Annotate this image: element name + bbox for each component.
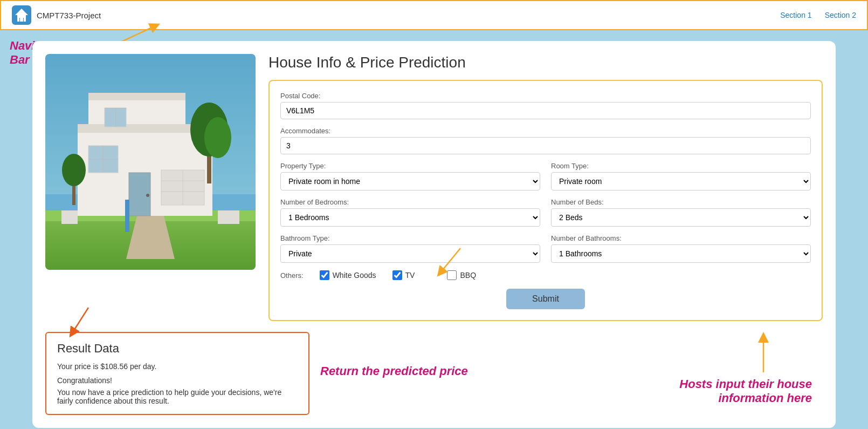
svg-rect-11 <box>88 97 185 140</box>
bedrooms-col: Number of Bedrooms: 1 Bedrooms 2 Bedroom… <box>280 198 540 227</box>
accommodates-input[interactable] <box>280 137 811 154</box>
navigation-bar: CMPT733-Project Section 1 Section 2 <box>0 0 868 30</box>
postal-code-label: Postal Code: <box>280 92 811 100</box>
navbar-brand-text: CMPT733-Project <box>37 11 101 20</box>
tv-checkbox-item: TV <box>392 270 415 280</box>
hosts-arrow <box>715 332 812 375</box>
logo-icon <box>12 5 31 25</box>
submit-row: Submit <box>280 289 811 309</box>
page-body: House Info & Price Prediction Postal Cod… <box>0 30 868 429</box>
bedrooms-label: Number of Bedrooms: <box>280 198 540 206</box>
result-card: Result Data Your price is $108.56 per da… <box>45 332 309 415</box>
white-goods-checkbox[interactable] <box>320 270 329 280</box>
accommodates-row: Accommodates: <box>280 127 811 154</box>
svg-point-30 <box>62 154 86 186</box>
return-annotation: Return the predicted price <box>320 364 468 378</box>
return-annotation-label: Return the predicted price <box>320 364 468 378</box>
room-type-select[interactable]: Private room Entire home/apt Shared room… <box>551 172 811 190</box>
submit-button[interactable]: Submit <box>506 289 585 309</box>
bedrooms-select[interactable]: 1 Bedrooms 2 Bedrooms 3 Bedrooms 4 Bedro… <box>280 208 540 227</box>
svg-point-28 <box>204 117 231 158</box>
form-title: House Info & Price Prediction <box>268 54 823 71</box>
others-label: Others: <box>280 271 304 280</box>
svg-rect-33 <box>125 200 129 232</box>
tv-label: TV <box>405 271 415 280</box>
hosts-annotation: Hosts input their house information here <box>679 332 823 405</box>
result-message: You now have a price prediction to help … <box>57 388 298 405</box>
property-room-row: Property Type: Private room in home Enti… <box>280 162 811 190</box>
bathroom-type-col: Bathroom Type: Private Shared <box>280 234 540 263</box>
tv-checkbox[interactable] <box>392 270 402 280</box>
hosts-annotation-label: Hosts input their house information here <box>679 377 812 405</box>
bathroom-row: Bathroom Type: Private Shared Number of … <box>280 234 811 263</box>
property-type-col: Property Type: Private room in home Enti… <box>280 162 540 190</box>
main-card: House Info & Price Prediction Postal Cod… <box>32 41 836 428</box>
bbq-label: BBQ <box>460 271 476 280</box>
result-wrapper: Result Data Your price is $108.56 per da… <box>45 332 309 415</box>
bottom-section: Result Data Your price is $108.56 per da… <box>45 332 823 415</box>
svg-rect-16 <box>115 108 116 127</box>
form-card: Postal Code: Accommodates: Property Type… <box>268 80 823 321</box>
svg-rect-13 <box>88 93 185 100</box>
svg-rect-32 <box>218 210 239 224</box>
bathrooms-select[interactable]: 1 Bathrooms 2 Bathrooms 3 Bathrooms <box>551 244 811 263</box>
result-congrats: Congratulations! <box>57 376 298 385</box>
house-image <box>45 54 256 270</box>
svg-line-37 <box>72 308 88 333</box>
beds-select[interactable]: 1 Bed 2 Beds 3 Beds 4 Beds <box>551 208 811 227</box>
svg-rect-31 <box>61 210 78 224</box>
bbq-checkbox[interactable] <box>447 270 457 280</box>
result-price: Your price is $108.56 per day. <box>57 362 298 371</box>
room-type-label: Room Type: <box>551 162 811 170</box>
result-arrow <box>56 305 121 337</box>
bathroom-type-select[interactable]: Private Shared <box>280 244 540 263</box>
white-goods-label: White Goods <box>333 271 376 280</box>
result-title: Result Data <box>57 342 298 356</box>
postal-code-input[interactable] <box>280 102 811 119</box>
svg-point-21 <box>146 194 149 197</box>
beds-label: Number of Beds: <box>551 198 811 206</box>
bathrooms-col: Number of Bathrooms: 1 Bathrooms 2 Bathr… <box>551 234 811 263</box>
accommodates-label: Accommodates: <box>280 127 811 135</box>
room-type-col: Room Type: Private room Entire home/apt … <box>551 162 811 190</box>
navbar-links: Section 1 Section 2 <box>780 11 856 19</box>
bathroom-type-label: Bathroom Type: <box>280 234 540 242</box>
form-section: House Info & Price Prediction Postal Cod… <box>268 54 823 321</box>
navbar-brand: CMPT733-Project <box>12 5 101 25</box>
postal-code-row: Postal Code: <box>280 92 811 119</box>
bathrooms-label: Number of Bathrooms: <box>551 234 811 242</box>
section1-link[interactable]: Section 1 <box>780 11 811 19</box>
bedrooms-beds-row: Number of Bedrooms: 1 Bedrooms 2 Bedroom… <box>280 198 811 227</box>
white-goods-checkbox-item: White Goods <box>320 270 376 280</box>
property-type-select[interactable]: Private room in home Entire home/apt Sha… <box>280 172 540 190</box>
property-type-label: Property Type: <box>280 162 540 170</box>
section2-link[interactable]: Section 2 <box>825 11 856 19</box>
house-photo <box>45 54 256 270</box>
top-section: House Info & Price Prediction Postal Cod… <box>45 54 823 321</box>
bbq-checkbox-item: BBQ <box>447 270 476 280</box>
svg-rect-2 <box>20 18 23 22</box>
beds-col: Number of Beds: 1 Bed 2 Beds 3 Beds 4 Be… <box>551 198 811 227</box>
others-row: Others: White Goods TV <box>280 270 811 280</box>
